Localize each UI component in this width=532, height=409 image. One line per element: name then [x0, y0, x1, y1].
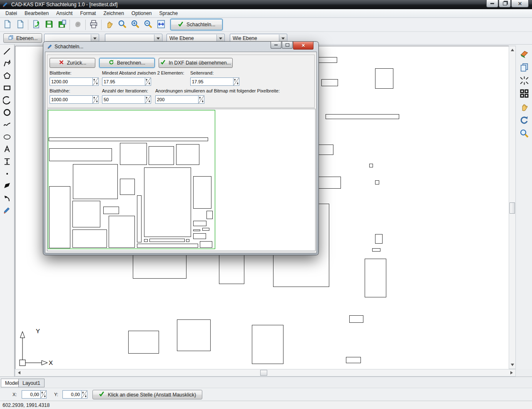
collapse-view-button[interactable]: [519, 76, 530, 87]
zoom-button[interactable]: [116, 19, 129, 31]
nested-part-rect: [103, 207, 119, 214]
inactive-tool-button[interactable]: [71, 19, 84, 31]
shape-rect: [375, 234, 383, 244]
iterationen-label: Anzahl der Iterationen:: [102, 88, 148, 93]
menu-bearbeiten[interactable]: Bearbeiten: [21, 9, 52, 17]
grid-tiles-view-button[interactable]: [519, 89, 530, 100]
pixelbreite-spinner[interactable]: [198, 95, 204, 104]
zoom-out-button[interactable]: [142, 19, 154, 31]
nested-part-rect: [193, 176, 211, 209]
restore-button[interactable]: [499, 0, 511, 7]
dropdown-arrow-button[interactable]: [154, 35, 162, 42]
eraser-view-button[interactable]: [519, 49, 530, 60]
nested-part-rect: [149, 239, 185, 242]
new-file-alt-button[interactable]: [14, 19, 27, 31]
scroll-down-button[interactable]: [509, 362, 515, 368]
menu-optionen[interactable]: Optionen: [128, 9, 156, 17]
iterationen-spinner[interactable]: [145, 95, 151, 104]
save-as-button[interactable]: [55, 19, 68, 31]
scroll-up-button[interactable]: [509, 47, 515, 53]
tab-layout1[interactable]: Layout1: [18, 379, 45, 387]
shape-rect: [346, 357, 361, 363]
new-file-button[interactable]: [1, 19, 14, 31]
zoom-in-button[interactable]: [129, 19, 142, 31]
uebernehmen-button[interactable]: In DXF Datei übernehmen...: [159, 58, 233, 68]
text-tool-button[interactable]: [2, 145, 12, 155]
blattbreite-spinner[interactable]: [92, 77, 99, 86]
menu-zeichnen[interactable]: Zeichnen: [99, 9, 127, 17]
open-file-button[interactable]: [30, 19, 42, 31]
dropdown-arrow-button[interactable]: [91, 35, 98, 42]
nested-part-rect: [120, 143, 147, 165]
y-spinner[interactable]: [81, 390, 87, 399]
iterationen-input[interactable]: [102, 95, 145, 104]
click-here-button[interactable]: Klick an diese Stelle (Anstatt Mausklick…: [92, 390, 202, 399]
zurueck-button[interactable]: Zurück...: [50, 58, 95, 68]
rectangle-tool-button[interactable]: [2, 83, 12, 93]
horizontal-scrollbar[interactable]: [15, 369, 516, 377]
vertical-scroll-thumb[interactable]: [510, 202, 515, 214]
pan-hand-view-button[interactable]: [519, 102, 530, 113]
ebenen-button[interactable]: Ebenen...: [3, 33, 42, 43]
abstand-spinner[interactable]: [145, 77, 151, 86]
solid-fill-tool-button[interactable]: [2, 181, 12, 191]
dialog-minimize-button[interactable]: [271, 42, 281, 49]
polyline-tool-button[interactable]: [2, 59, 12, 69]
dropdown-arrow-button[interactable]: [279, 35, 286, 42]
shape-rect: [318, 57, 337, 63]
pan-hand-icon: [105, 20, 114, 30]
copy-pages-icon: [520, 62, 529, 73]
arc-tool-button[interactable]: [2, 96, 12, 106]
pixelbreite-input[interactable]: [155, 95, 199, 104]
dialog-maximize-button[interactable]: [282, 42, 293, 49]
point-tool-button[interactable]: [2, 169, 12, 179]
minimize-button[interactable]: [486, 0, 498, 7]
schachteln-button[interactable]: Schachteln...: [170, 19, 223, 30]
berechnen-button-label: Berechnen...: [117, 60, 145, 66]
fit-width-button[interactable]: [154, 19, 167, 31]
seitenrand-input[interactable]: [190, 77, 234, 86]
spline-tool-button[interactable]: [2, 120, 12, 130]
menu-datei[interactable]: Datei: [2, 9, 21, 17]
menu-sprache[interactable]: Sprache: [156, 9, 182, 17]
blattbreite-input[interactable]: [50, 77, 93, 86]
blatthoehe-spinner[interactable]: [92, 95, 99, 104]
pan-hand-button[interactable]: [103, 19, 116, 31]
print-icon: [89, 20, 98, 30]
menu-ansicht[interactable]: Ansicht: [52, 9, 76, 17]
abstand-input[interactable]: [102, 77, 145, 86]
save-button[interactable]: [42, 19, 55, 31]
dimension-tool-button[interactable]: [2, 157, 12, 167]
menu-format[interactable]: Format: [76, 9, 99, 17]
green-check-icon: [160, 60, 166, 66]
click-here-button-label: Klick an diese Stelle (Anstatt Mausklick…: [108, 392, 196, 398]
schachteln-button-label: Schachteln...: [186, 22, 215, 27]
brush-tool-button[interactable]: [2, 206, 12, 216]
dropdown-arrow-button[interactable]: [216, 35, 224, 42]
arrow-tool-button[interactable]: [2, 194, 12, 204]
berechnen-button[interactable]: Berechnen...: [99, 58, 155, 68]
dialog-close-button[interactable]: ✕: [293, 42, 313, 50]
horizontal-scroll-thumb[interactable]: [260, 370, 267, 376]
scroll-left-button[interactable]: [16, 369, 22, 376]
polygon-tool-button[interactable]: [2, 71, 12, 81]
copy-pages-view-button[interactable]: [519, 62, 530, 73]
print-button[interactable]: [87, 19, 100, 31]
vertical-scrollbar[interactable]: [509, 46, 516, 369]
nested-part-rect: [49, 148, 112, 161]
blatthoehe-input[interactable]: [50, 95, 93, 104]
close-button[interactable]: ✕: [511, 0, 529, 7]
ellipse-tool-button[interactable]: [2, 132, 12, 142]
circle-tool-button[interactable]: [2, 108, 12, 118]
minimize-icon: [490, 3, 494, 4]
scroll-right-button[interactable]: [509, 369, 515, 376]
zoom-view-button[interactable]: [519, 129, 530, 140]
menubar: DateiBearbeitenAnsichtFormatZeichnenOpti…: [0, 9, 532, 18]
y-coordinate-input[interactable]: [62, 390, 82, 399]
dialog-body: Zurück... Berechnen... In DXF Datei über…: [45, 52, 317, 253]
rotate-view-button[interactable]: [519, 115, 530, 126]
x-coordinate-input[interactable]: [22, 390, 41, 399]
seitenrand-spinner[interactable]: [233, 77, 239, 86]
x-spinner[interactable]: [40, 390, 47, 399]
line-tool-button[interactable]: [2, 47, 12, 57]
